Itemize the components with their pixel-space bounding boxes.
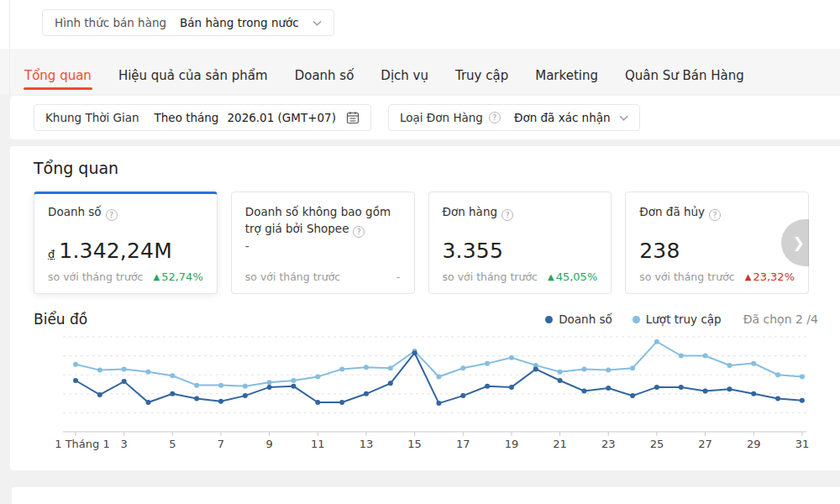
chevron-down-icon	[619, 115, 628, 121]
svg-text:1 Tháng 1: 1 Tháng 1	[55, 438, 109, 450]
svg-text:17: 17	[456, 438, 470, 450]
svg-text:5: 5	[169, 438, 176, 450]
svg-text:23: 23	[601, 438, 616, 450]
time-range-label: Khung Thời Gian	[45, 111, 139, 124]
metric-card-value: -	[245, 239, 249, 253]
compare-change: ▲45,05%	[548, 270, 597, 283]
metric-card-value: 238	[639, 239, 680, 263]
svg-text:27: 27	[698, 438, 712, 450]
compare-label: so với tháng trước	[245, 270, 340, 283]
chart-header: Biểu đồ Doanh sốLượt truy cập Đã chọn 2 …	[34, 311, 818, 328]
metric-card-title: Doanh số không bao gồm trợ giá bởi Shope…	[245, 205, 391, 235]
svg-text:11: 11	[311, 438, 325, 450]
trend-up-icon: ▲	[548, 272, 554, 281]
metric-card-title: Đơn hàng	[443, 205, 498, 218]
metric-card[interactable]: Doanh số không bao gồm trợ giá bởi Shope…	[231, 192, 415, 294]
tab-4[interactable]: Truy cập	[454, 55, 509, 94]
metric-card-title: Đơn đã hủy	[639, 205, 705, 218]
metric-card-title: Doanh số	[48, 205, 102, 218]
help-icon[interactable]: ?	[489, 112, 501, 123]
svg-text:31: 31	[795, 438, 810, 450]
help-icon[interactable]: ?	[106, 209, 118, 221]
trend-up-icon: ▲	[153, 272, 160, 281]
currency-symbol: ₫	[48, 248, 55, 260]
metric-card[interactable]: Doanh số? ₫ 1.342,24M so với tháng trước…	[34, 192, 218, 294]
chart-legend: Doanh sốLượt truy cập	[545, 312, 722, 326]
help-icon[interactable]: ?	[353, 226, 365, 238]
sales-type-value: Bán hàng trong nước	[180, 16, 299, 29]
chart-area: 1 Tháng 135791113151719212325272931	[34, 333, 818, 455]
svg-text:13: 13	[360, 438, 374, 450]
svg-text:29: 29	[747, 438, 761, 450]
sales-type-bar: Hình thức bán hàng Bán hàng trong nước	[0, 0, 840, 49]
order-type-filter[interactable]: Loại Đơn Hàng ? Đơn đã xác nhận	[388, 104, 640, 131]
legend-dot-icon	[545, 316, 553, 323]
calendar-icon	[346, 111, 360, 124]
metric-card-value: 3.355	[443, 239, 504, 263]
chevron-down-icon	[312, 20, 322, 26]
time-range-value: 2026.01 (GMT+07)	[227, 111, 336, 124]
trend-up-icon: ▲	[745, 272, 752, 281]
tab-6[interactable]: Quân Sư Bán Hàng	[624, 55, 745, 94]
legend-item-1[interactable]: Lượt truy cập	[633, 312, 722, 326]
page-left-divider	[9, 0, 10, 94]
svg-text:21: 21	[553, 438, 567, 450]
metric-card-value: 1.342,24M	[59, 239, 172, 263]
svg-text:3: 3	[121, 438, 128, 450]
svg-text:25: 25	[650, 438, 664, 450]
tab-bar: Tổng quanHiệu quả của sản phẩmDoanh sốDị…	[0, 49, 840, 94]
svg-text:9: 9	[265, 438, 272, 450]
chart-title: Biểu đồ	[34, 311, 87, 328]
next-section-card	[12, 487, 840, 504]
legend-item-0[interactable]: Doanh số	[545, 312, 612, 326]
tab-0[interactable]: Tổng quan	[24, 55, 92, 94]
compare-label: so với tháng trước	[443, 270, 538, 283]
filter-bar: Khung Thời Gian Theo tháng 2026.01 (GMT+…	[10, 96, 840, 139]
tab-5[interactable]: Marketing	[534, 55, 599, 94]
order-type-value: Đơn đã xác nhận	[514, 111, 611, 124]
time-range-mode: Theo tháng	[155, 111, 219, 124]
sales-type-selector[interactable]: Hình thức bán hàng Bán hàng trong nước	[42, 9, 334, 36]
overview-panel: Tổng quan Doanh số? ₫ 1.342,24M so với t…	[10, 146, 840, 470]
section-title: Tổng quan	[34, 159, 818, 177]
help-icon[interactable]: ?	[709, 209, 721, 221]
tab-1[interactable]: Hiệu quả của sản phẩm	[118, 55, 269, 94]
svg-text:15: 15	[407, 438, 422, 450]
time-range-filter[interactable]: Khung Thời Gian Theo tháng 2026.01 (GMT+…	[34, 104, 371, 131]
compare-change: ▲52,74%	[153, 270, 202, 283]
line-chart: 1 Tháng 135791113151719212325272931	[34, 333, 819, 452]
compare-label: so với tháng trước	[639, 270, 734, 283]
metric-card[interactable]: Đơn hàng? 3.355 so với tháng trước ▲45,0…	[428, 192, 612, 294]
tab-3[interactable]: Dịch vụ	[380, 55, 429, 94]
tab-2[interactable]: Doanh số	[294, 55, 355, 94]
legend-selected-count: Đã chọn 2 /4	[743, 312, 818, 326]
metric-cards-row: Doanh số? ₫ 1.342,24M so với tháng trước…	[34, 192, 809, 294]
compare-label: so với tháng trước	[48, 270, 143, 283]
svg-text:19: 19	[505, 438, 519, 450]
help-icon[interactable]: ?	[501, 209, 513, 221]
sales-type-label: Hình thức bán hàng	[55, 16, 166, 29]
compare-change: -	[396, 270, 401, 283]
compare-change: ▲23,32%	[745, 270, 795, 283]
legend-dot-icon	[633, 316, 640, 323]
svg-text:7: 7	[218, 438, 224, 450]
order-type-label: Loại Đơn Hàng	[400, 111, 483, 124]
